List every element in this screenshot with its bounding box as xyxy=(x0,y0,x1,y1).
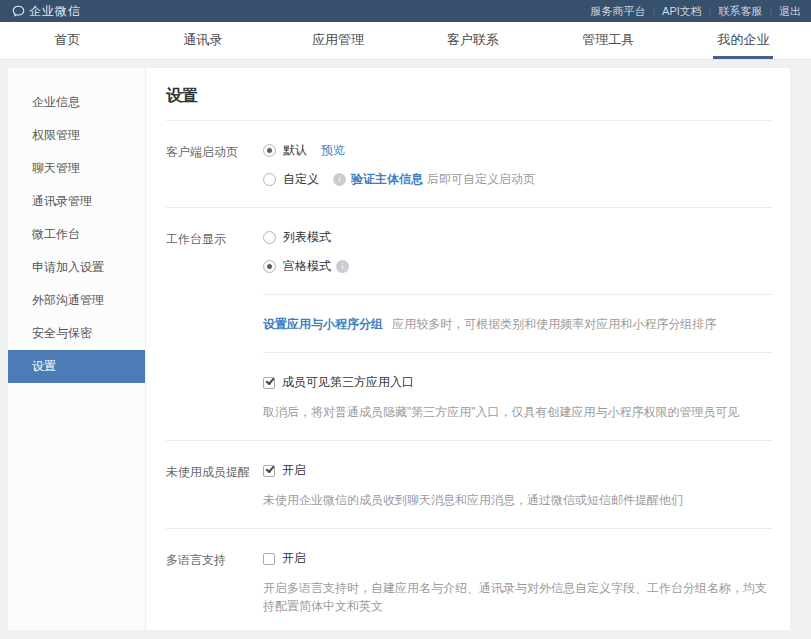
nav-item-my-company[interactable]: 我的企业 xyxy=(676,22,811,59)
nav-item-contacts[interactable]: 通讯录 xyxy=(135,22,270,59)
main-nav: 首页 通讯录 应用管理 客户联系 管理工具 我的企业 xyxy=(0,22,811,60)
radio-list-mode-label: 列表模式 xyxy=(283,229,331,246)
topbar: 企业微信 服务商平台 | API文档 | 联系客服 | 退出 xyxy=(0,0,811,22)
radio-custom[interactable] xyxy=(263,173,276,186)
page-title: 设置 xyxy=(166,86,772,121)
radio-grid-mode[interactable] xyxy=(263,260,276,273)
section-third-party-visible: 成员可见第三方应用入口 取消后，将对普通成员隐藏"第三方应用"入口，仅具有创建应… xyxy=(166,353,772,421)
verify-identity-link[interactable]: 验证主体信息 xyxy=(351,171,423,188)
chat-bubble-logo-icon xyxy=(12,5,25,18)
verify-suffix-text: 后即可自定义启动页 xyxy=(427,171,535,188)
sidebar-item-permissions[interactable]: 权限管理 xyxy=(8,119,145,152)
section-unused-member-reminder: 未使用成员提醒 开启 未使用企业微信的成员收到聊天消息和应用消息，通过微信或短信… xyxy=(166,441,772,509)
section-multilang-support: 多语言支持 开启 开启多语言支持时，自建应用名与介绍、通讯录与对外信息自定义字段… xyxy=(166,529,772,615)
nav-item-tools[interactable]: 管理工具 xyxy=(541,22,676,59)
section-client-launch-page: 客户端启动页 默认 预览 自定义 i 验证主体信息 后即可自定义启动页 xyxy=(166,121,772,188)
section-workbench-display: 工作台显示 列表模式 宫格模式 i xyxy=(166,208,772,275)
settings-pane: 设置 客户端启动页 默认 预览 自定义 i 验证主体信息 后即可自定义启动页 xyxy=(146,68,790,630)
nav-item-home[interactable]: 首页 xyxy=(0,22,135,59)
info-icon: i xyxy=(333,173,346,186)
sidebar-item-company-info[interactable]: 企业信息 xyxy=(8,86,145,119)
sidebar-item-contacts-mgmt[interactable]: 通讯录管理 xyxy=(8,185,145,218)
section-label: 工作台显示 xyxy=(166,229,263,275)
checkbox-unused-reminder[interactable] xyxy=(263,465,275,477)
nav-item-apps[interactable]: 应用管理 xyxy=(270,22,405,59)
sidebar-item-micro-workbench[interactable]: 微工作台 xyxy=(8,218,145,251)
radio-grid-mode-label: 宫格模式 xyxy=(283,258,331,275)
checkbox-third-party-visible[interactable] xyxy=(263,377,275,389)
section-label: 客户端启动页 xyxy=(166,142,263,188)
topbar-link-api-docs[interactable]: API文档 xyxy=(662,4,702,19)
section-label: 多语言支持 xyxy=(166,550,263,615)
sidebar-item-external-comm[interactable]: 外部沟通管理 xyxy=(8,284,145,317)
app-logo[interactable]: 企业微信 xyxy=(12,3,81,20)
radio-list-mode[interactable] xyxy=(263,231,276,244)
multilang-desc: 开启多语言支持时，自建应用名与介绍、通讯录与对外信息自定义字段、工作台分组名称，… xyxy=(263,579,772,615)
separator: | xyxy=(709,6,712,17)
preview-link[interactable]: 预览 xyxy=(321,142,345,159)
section-app-grouping: 设置应用与小程序分组 应用较多时，可根据类别和使用频率对应用和小程序分组排序 xyxy=(166,295,772,333)
sidebar-item-chat-mgmt[interactable]: 聊天管理 xyxy=(8,152,145,185)
radio-custom-label: 自定义 xyxy=(283,171,319,188)
info-icon: i xyxy=(336,260,349,273)
sidebar-item-security[interactable]: 安全与保密 xyxy=(8,317,145,350)
radio-default[interactable] xyxy=(263,144,276,157)
section-label: 未使用成员提醒 xyxy=(166,462,263,509)
sidebar-item-join-settings[interactable]: 申请加入设置 xyxy=(8,251,145,284)
checkbox-third-party-label: 成员可见第三方应用入口 xyxy=(282,374,414,391)
topbar-links: 服务商平台 | API文档 | 联系客服 | 退出 xyxy=(590,4,801,19)
topbar-link-contact-support[interactable]: 联系客服 xyxy=(718,4,762,19)
content-card: 企业信息 权限管理 聊天管理 通讯录管理 微工作台 申请加入设置 外部沟通管理 … xyxy=(8,68,790,630)
sidebar: 企业信息 权限管理 聊天管理 通讯录管理 微工作台 申请加入设置 外部沟通管理 … xyxy=(8,68,146,630)
checkbox-multilang-label: 开启 xyxy=(282,550,306,567)
app-grouping-link[interactable]: 设置应用与小程序分组 xyxy=(263,317,383,331)
topbar-link-service-platform[interactable]: 服务商平台 xyxy=(590,4,645,19)
app-title: 企业微信 xyxy=(29,3,81,20)
unused-reminder-desc: 未使用企业微信的成员收到聊天消息和应用消息，通过微信或短信邮件提醒他们 xyxy=(263,491,772,509)
separator: | xyxy=(769,6,772,17)
checkbox-multilang[interactable] xyxy=(263,553,275,565)
nav-item-customer[interactable]: 客户联系 xyxy=(406,22,541,59)
app-grouping-desc: 应用较多时，可根据类别和使用频率对应用和小程序分组排序 xyxy=(392,317,716,331)
sidebar-item-settings[interactable]: 设置 xyxy=(8,350,145,383)
radio-default-label: 默认 xyxy=(283,142,307,159)
third-party-desc: 取消后，将对普通成员隐藏"第三方应用"入口，仅具有创建应用与小程序权限的管理员可… xyxy=(263,403,772,421)
checkbox-unused-reminder-label: 开启 xyxy=(282,462,306,479)
separator: | xyxy=(652,6,655,17)
topbar-link-logout[interactable]: 退出 xyxy=(779,4,801,19)
